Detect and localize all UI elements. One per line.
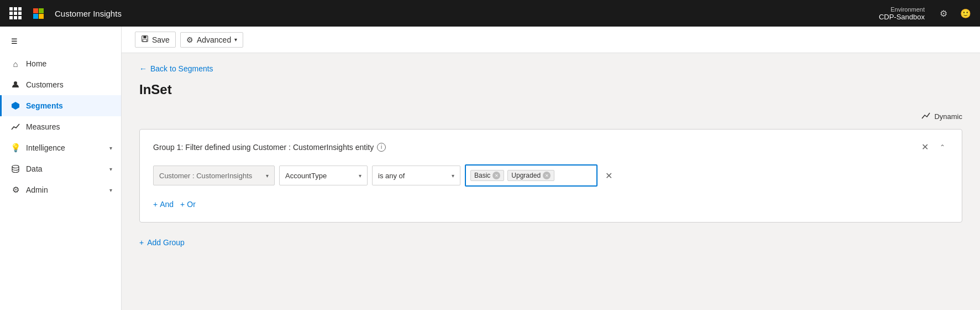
- and-plus-icon: +: [153, 200, 158, 209]
- sidebar: ☰ ⌂ Home Customers Segments Measures 💡: [0, 27, 122, 310]
- advanced-gear-icon: ⚙: [186, 35, 193, 44]
- tag-basic-label: Basic: [474, 172, 490, 179]
- filter-row: Customer : CustomerInsights ▾ AccountTyp…: [153, 164, 948, 187]
- sidebar-item-admin[interactable]: ⚙ Admin ▾: [0, 179, 121, 200]
- add-group-button[interactable]: + Add Group: [139, 236, 185, 249]
- dynamic-indicator: Dynamic: [139, 111, 962, 122]
- sidebar-item-customers-label: Customers: [26, 80, 64, 89]
- user-icon[interactable]: 🙂: [958, 6, 973, 21]
- sidebar-item-home-label: Home: [26, 59, 46, 68]
- group-info-icon[interactable]: i: [377, 143, 386, 152]
- settings-icon[interactable]: ⚙: [936, 6, 951, 21]
- condition-value: is any of: [378, 172, 405, 180]
- waffle-menu[interactable]: [7, 4, 24, 22]
- and-label: And: [160, 200, 174, 209]
- customers-icon: [11, 80, 20, 90]
- app-name: Customer Insights: [55, 9, 122, 18]
- tag-basic-close-button[interactable]: ✕: [492, 172, 500, 179]
- add-group-plus-icon: +: [139, 238, 144, 247]
- tags-container[interactable]: Basic ✕ Upgraded ✕: [465, 164, 598, 187]
- save-label: Save: [152, 35, 170, 44]
- or-plus-icon: +: [180, 200, 185, 209]
- entity-select-value: Customer : CustomerInsights: [159, 172, 252, 180]
- data-icon: [11, 164, 20, 174]
- segments-icon: [11, 101, 20, 111]
- page-title: InSet: [139, 82, 962, 97]
- environment-name: CDP-Sandbox: [879, 13, 925, 21]
- group-close-button[interactable]: ✕: [918, 141, 932, 153]
- back-link-label: Back to Segments: [150, 64, 213, 73]
- sidebar-item-segments-label: Segments: [26, 101, 63, 110]
- condition-chevron-icon: ▾: [452, 173, 454, 179]
- data-chevron-icon: ▾: [109, 166, 112, 172]
- or-button[interactable]: + Or: [180, 198, 196, 211]
- attribute-chevron-icon: ▾: [359, 173, 361, 179]
- back-arrow-icon: ←: [139, 64, 147, 73]
- environment-info: Environment CDP-Sandbox: [879, 6, 929, 21]
- group-controls: ✕ ⌃: [918, 141, 948, 153]
- advanced-chevron-icon: ▾: [234, 37, 237, 43]
- group-title-text: Group 1: Filter defined using Customer :…: [153, 143, 374, 152]
- advanced-button[interactable]: ⚙ Advanced ▾: [180, 32, 243, 48]
- back-link[interactable]: ← Back to Segments: [139, 64, 962, 73]
- content-area: Save ⚙ Advanced ▾ ← Back to Segments InS…: [122, 27, 980, 310]
- sidebar-item-home[interactable]: ⌂ Home: [0, 53, 121, 74]
- page-content: ← Back to Segments InSet Dynamic Group 1…: [122, 53, 980, 310]
- attribute-select[interactable]: AccountType ▾: [279, 166, 368, 185]
- microsoft-logo: [33, 8, 44, 19]
- or-label: Or: [187, 200, 196, 209]
- toolbar: Save ⚙ Advanced ▾: [122, 27, 980, 53]
- advanced-label: Advanced: [197, 35, 231, 44]
- tag-upgraded: Upgraded ✕: [507, 170, 554, 181]
- sidebar-item-admin-label: Admin: [26, 185, 48, 194]
- sidebar-collapse-button[interactable]: ☰: [4, 31, 24, 51]
- entity-chevron-icon: ▾: [266, 173, 269, 179]
- add-group-area: + Add Group: [139, 231, 962, 254]
- admin-icon: ⚙: [11, 185, 20, 195]
- measures-icon: [11, 122, 20, 132]
- sidebar-item-intelligence[interactable]: 💡 Intelligence ▾: [0, 137, 121, 158]
- sidebar-item-data-label: Data: [26, 164, 43, 173]
- svg-point-1: [12, 166, 19, 168]
- svg-rect-3: [143, 36, 146, 38]
- dynamic-chart-icon: [921, 111, 931, 122]
- group-header: Group 1: Filter defined using Customer :…: [153, 141, 948, 153]
- home-icon: ⌂: [11, 59, 20, 69]
- topbar: Customer Insights Environment CDP-Sandbo…: [0, 0, 980, 27]
- sidebar-item-customers[interactable]: Customers: [0, 74, 121, 95]
- tag-upgraded-close-button[interactable]: ✕: [543, 172, 551, 179]
- svg-rect-4: [143, 39, 147, 42]
- tag-basic: Basic ✕: [470, 170, 504, 181]
- sidebar-item-measures-label: Measures: [26, 122, 60, 131]
- filter-row-close-button[interactable]: ✕: [602, 169, 616, 182]
- tag-upgraded-label: Upgraded: [511, 172, 541, 179]
- intelligence-chevron-icon: ▾: [109, 145, 112, 151]
- attribute-value: AccountType: [285, 172, 327, 180]
- environment-label: Environment: [890, 6, 925, 13]
- group-title: Group 1: Filter defined using Customer :…: [153, 143, 386, 152]
- add-group-label: Add Group: [147, 238, 185, 247]
- filter-actions: + And + Or: [153, 198, 948, 211]
- save-button[interactable]: Save: [135, 32, 176, 48]
- condition-select[interactable]: is any of ▾: [372, 166, 460, 185]
- and-button[interactable]: + And: [153, 198, 174, 211]
- entity-select[interactable]: Customer : CustomerInsights ▾: [153, 166, 275, 185]
- hamburger-icon: ☰: [11, 37, 18, 45]
- sidebar-item-data[interactable]: Data ▾: [0, 158, 121, 179]
- admin-chevron-icon: ▾: [109, 187, 112, 193]
- sidebar-item-measures[interactable]: Measures: [0, 116, 121, 137]
- intelligence-icon: 💡: [11, 143, 20, 153]
- sidebar-item-segments[interactable]: Segments: [0, 95, 121, 116]
- group-collapse-button[interactable]: ⌃: [936, 142, 948, 152]
- segment-group: Group 1: Filter defined using Customer :…: [139, 129, 962, 223]
- sidebar-item-intelligence-label: Intelligence: [26, 143, 65, 152]
- dynamic-label: Dynamic: [934, 112, 962, 121]
- save-icon: [141, 35, 149, 44]
